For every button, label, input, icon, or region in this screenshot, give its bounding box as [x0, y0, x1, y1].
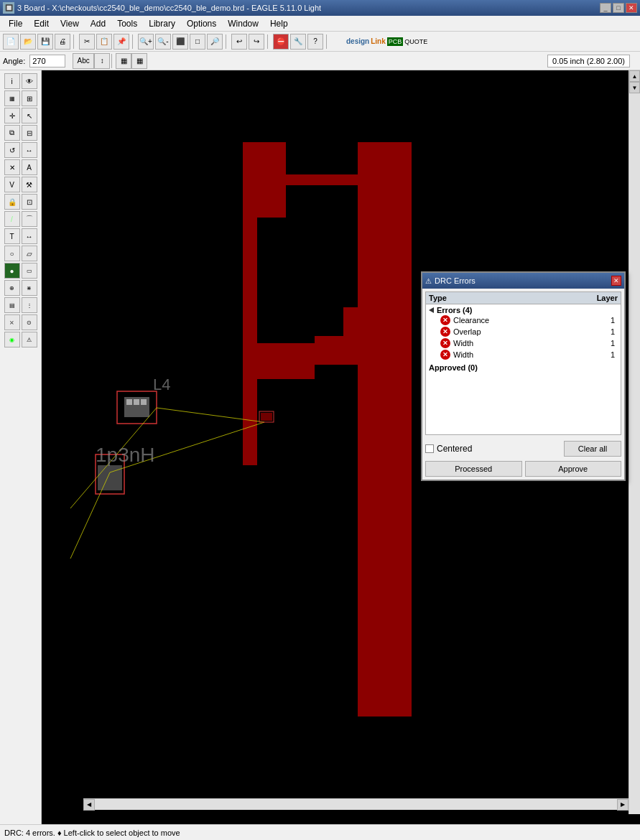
paste-button[interactable]: 📌: [113, 34, 129, 50]
canvas-area[interactable]: L4 1p3nH ⚠ DRC Errors ✕ Type Layer: [42, 70, 640, 826]
polygon-tool[interactable]: ▱: [22, 246, 37, 261]
value-tool[interactable]: V: [4, 177, 20, 192]
design-link: design Link: [346, 37, 386, 45]
processed-button[interactable]: Processed: [425, 461, 522, 477]
drc-error-tree[interactable]: Type Layer Errors (4) Clearance 1: [425, 291, 621, 435]
grid-toggle2[interactable]: ▦: [131, 53, 147, 69]
zoom-out-button[interactable]: 🔍-: [155, 34, 171, 50]
drc-titlebar-left: ⚠ DRC Errors: [425, 276, 476, 285]
grid-tool[interactable]: ⊟: [22, 125, 37, 141]
move-tool[interactable]: ✛: [4, 108, 20, 123]
horizontal-scrollbar[interactable]: ◀ ▶: [83, 798, 629, 810]
angle-input[interactable]: [29, 55, 65, 67]
layer-tool[interactable]: ▦: [4, 90, 20, 106]
ratsnest-tool[interactable]: ⋮: [22, 297, 37, 313]
smash-tool[interactable]: ⚒: [22, 177, 37, 192]
drc-errors-section: Errors (4) Clearance 1 Overlap 1: [426, 304, 621, 362]
text-tool-button[interactable]: Abc: [73, 53, 94, 69]
menu-add[interactable]: Add: [85, 17, 111, 30]
copy-tool[interactable]: ⧉: [4, 125, 20, 141]
fanout-tool[interactable]: ⋇: [22, 280, 37, 296]
wire-tool[interactable]: /: [4, 211, 20, 227]
svg-rect-11: [126, 399, 132, 405]
new-button[interactable]: 📄: [3, 34, 19, 50]
ripup-tool[interactable]: ⤫: [4, 314, 20, 330]
angle-tool-button[interactable]: ↕: [94, 53, 110, 69]
titlebar: 🔲 3 Board - X:\checkouts\cc2540_ble_demo…: [0, 0, 640, 16]
text-tool[interactable]: T: [4, 228, 20, 244]
approved-label: Approved (0): [429, 363, 478, 372]
redo-button[interactable]: ↪: [249, 34, 264, 50]
open-button[interactable]: 📂: [20, 34, 36, 50]
drc-item-overlap[interactable]: Overlap 1: [429, 326, 618, 337]
autoroute-tool[interactable]: ▤: [4, 297, 20, 313]
lt-row3: ✛ ↖: [4, 108, 37, 123]
drc-button[interactable]: ⛔: [273, 34, 289, 50]
hscroll-right-button[interactable]: ▶: [617, 799, 629, 811]
drc-close-button[interactable]: ✕: [611, 276, 621, 286]
menu-file[interactable]: File: [3, 17, 28, 30]
arc-tool[interactable]: ⌒: [22, 211, 37, 227]
drc-item-width1[interactable]: Width 1: [429, 337, 618, 349]
status-text: DRC: 4 errors. ♦ Left-click to select ob…: [4, 829, 180, 837]
centered-checkbox[interactable]: [425, 444, 434, 453]
lt-row1: i 👁: [4, 73, 37, 89]
drc-errors-header[interactable]: Errors (4): [429, 306, 618, 314]
vscroll-up-button[interactable]: ▲: [629, 70, 640, 82]
menu-options[interactable]: Options: [181, 17, 222, 30]
print-button[interactable]: 🖨: [55, 34, 70, 50]
info-tool[interactable]: i: [4, 73, 20, 89]
menu-help[interactable]: Help: [264, 17, 294, 30]
smd-tool[interactable]: ▭: [22, 263, 37, 279]
mirror-tool[interactable]: ↔: [22, 142, 37, 158]
undo-button[interactable]: ↩: [231, 34, 247, 50]
drc-run-tool[interactable]: ⚠: [22, 332, 37, 347]
close-button[interactable]: ✕: [626, 3, 637, 13]
menu-library[interactable]: Library: [143, 17, 181, 30]
help-button[interactable]: ?: [307, 34, 323, 50]
eye-tool[interactable]: 👁: [22, 73, 37, 89]
maximize-button[interactable]: □: [613, 3, 624, 13]
save-button[interactable]: 💾: [37, 34, 53, 50]
clear-all-button[interactable]: Clear all: [564, 441, 621, 457]
group-tool[interactable]: ⊡: [22, 194, 37, 210]
menu-window[interactable]: Window: [222, 17, 264, 30]
zoom-in-button[interactable]: 🔍+: [138, 34, 154, 50]
drc-item-width2[interactable]: Width 1: [429, 349, 618, 360]
clearance-label: Clearance: [453, 316, 600, 325]
minimize-button[interactable]: _: [600, 3, 611, 13]
clearance-error-icon: [440, 315, 450, 325]
zoom-custom-button[interactable]: 🔎: [207, 34, 223, 50]
circle-tool[interactable]: ○: [4, 246, 20, 261]
grid-toggle[interactable]: ▦: [116, 53, 131, 69]
menu-view[interactable]: View: [55, 17, 85, 30]
tools2-button[interactable]: 🔧: [290, 34, 306, 50]
zoom-select-button[interactable]: □: [190, 34, 205, 50]
pad-tool[interactable]: ●: [4, 263, 20, 279]
drc-item-clearance[interactable]: Clearance 1: [429, 314, 618, 326]
svg-rect-4: [286, 185, 358, 271]
hscroll-left-button[interactable]: ◀: [83, 799, 95, 811]
copy-button[interactable]: 📋: [96, 34, 112, 50]
menu-tools[interactable]: Tools: [111, 17, 143, 30]
approve-button[interactable]: Approve: [525, 461, 622, 477]
route-tool[interactable]: ⊕: [4, 280, 20, 296]
lock-tool[interactable]: 🔒: [4, 194, 20, 210]
zoom-fit-button[interactable]: ⬛: [172, 34, 188, 50]
lt-row4: ⧉ ⊟: [4, 125, 37, 141]
name-tool[interactable]: A: [22, 159, 37, 175]
cut-button[interactable]: ✂: [79, 34, 95, 50]
vertical-scrollbar[interactable]: ▲ ▼: [629, 70, 640, 814]
drc-tool[interactable]: ⊞: [22, 90, 37, 106]
menu-edit[interactable]: Edit: [28, 17, 55, 30]
drill-tool[interactable]: ⊙: [22, 314, 37, 330]
delete-tool[interactable]: ✕: [4, 159, 20, 175]
separator1: [73, 34, 76, 49]
drc-header: Type Layer: [426, 292, 621, 304]
dimension-tool[interactable]: ↔: [22, 228, 37, 244]
rotate-tool[interactable]: ↺: [4, 142, 20, 158]
select-tool[interactable]: ↖: [22, 108, 37, 123]
svg-rect-7: [315, 307, 343, 336]
vscroll-down-button[interactable]: ▼: [629, 82, 640, 93]
via-tool[interactable]: ◉: [4, 332, 20, 347]
